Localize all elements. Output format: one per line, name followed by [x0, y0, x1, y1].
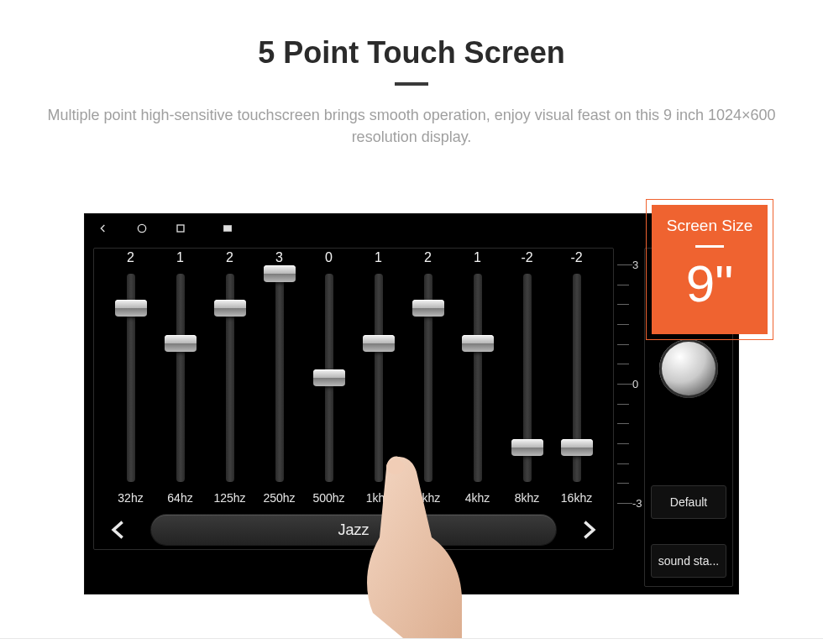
eq-band-freq: 1khz [366, 487, 391, 509]
eq-band-value: -2 [521, 249, 532, 270]
eq-band: 14khz [453, 249, 502, 509]
eq-band-freq: 32hz [118, 487, 143, 509]
eq-slider[interactable] [176, 274, 185, 482]
eq-slider[interactable] [226, 274, 234, 482]
eq-slider[interactable] [573, 274, 581, 482]
eq-band-value: -2 [570, 249, 582, 270]
eq-band: -28khz [502, 249, 552, 509]
eq-band-freq: 4khz [465, 487, 490, 509]
screenshot-icon[interactable] [221, 222, 234, 235]
eq-band-freq: 250hz [263, 487, 295, 509]
home-icon[interactable] [135, 222, 149, 235]
eq-band-freq: 500hz [312, 487, 344, 509]
badge-label: Screen Size [652, 217, 768, 235]
page-title: 5 Point Touch Screen [0, 0, 823, 71]
title-divider [395, 82, 428, 86]
eq-band: 2125hz [205, 249, 254, 509]
status-bar [85, 214, 738, 243]
eq-slider-knob[interactable] [363, 335, 395, 352]
eq-scale-label: 0 [632, 378, 638, 390]
eq-band-value: 2 [424, 249, 432, 270]
preset-next-button[interactable] [568, 512, 610, 547]
eq-band: 0500hz [304, 249, 354, 509]
eq-slider[interactable] [523, 274, 532, 482]
eq-scale-label: -3 [632, 497, 642, 510]
device-screen: 232hz164hz2125hz3250hz0500hz11khz22khz14… [84, 213, 739, 594]
balance-knob[interactable] [659, 339, 718, 398]
eq-slider-knob[interactable] [561, 439, 593, 456]
eq-band-value: 1 [176, 249, 184, 270]
preset-select[interactable]: Jazz [151, 515, 556, 545]
eq-slider-knob[interactable] [462, 335, 494, 352]
eq-band-value: 1 [474, 249, 481, 270]
eq-band-freq: 64hz [167, 487, 192, 509]
page-subtitle: Multiple point high-sensitive touchscree… [0, 104, 823, 148]
preset-prev-button[interactable] [97, 512, 139, 547]
eq-slider-knob[interactable] [412, 300, 444, 317]
eq-slider-knob[interactable] [115, 300, 147, 317]
eq-scale: 30-3 [617, 264, 641, 503]
eq-slider-knob[interactable] [511, 439, 543, 456]
svg-rect-1 [177, 225, 184, 232]
eq-band-value: 2 [226, 249, 233, 270]
eq-band-freq: 125hz [213, 487, 245, 509]
badge-divider [695, 245, 724, 248]
eq-band: 232hz [106, 249, 155, 509]
eq-slider[interactable] [275, 274, 284, 482]
footer-divider [0, 638, 823, 639]
eq-band: -216khz [552, 249, 601, 509]
eq-slider[interactable] [424, 274, 432, 482]
eq-band: 11khz [354, 249, 403, 509]
eq-band: 3250hz [254, 249, 304, 509]
eq-slider-knob[interactable] [313, 369, 345, 386]
eq-band-value: 1 [375, 249, 382, 270]
sound-stage-button[interactable]: sound sta... [651, 544, 726, 578]
eq-slider[interactable] [127, 274, 135, 482]
eq-slider-knob[interactable] [264, 265, 296, 282]
eq-slider-knob[interactable] [214, 300, 246, 317]
recent-apps-icon[interactable] [174, 222, 187, 235]
eq-band-freq: 16khz [561, 487, 592, 509]
svg-rect-2 [223, 226, 231, 232]
back-icon[interactable] [97, 222, 110, 235]
eq-slider-knob[interactable] [165, 335, 197, 352]
eq-band-freq: 2khz [416, 487, 441, 509]
eq-band: 22khz [403, 249, 453, 509]
svg-point-0 [138, 224, 145, 232]
eq-band-value: 0 [325, 249, 333, 270]
eq-scale-label: 3 [632, 259, 638, 271]
eq-slider[interactable] [375, 274, 383, 482]
eq-band-freq: 8khz [515, 487, 540, 509]
eq-slider[interactable] [474, 274, 482, 482]
eq-band: 164hz [155, 249, 205, 509]
badge-value: 9" [652, 258, 768, 310]
eq-slider[interactable] [325, 274, 333, 482]
default-button[interactable]: Default [651, 485, 726, 519]
eq-band-value: 2 [127, 249, 134, 270]
screen-size-badge: Screen Size 9" [652, 205, 768, 334]
equalizer-panel: 232hz164hz2125hz3250hz0500hz11khz22khz14… [93, 248, 614, 550]
